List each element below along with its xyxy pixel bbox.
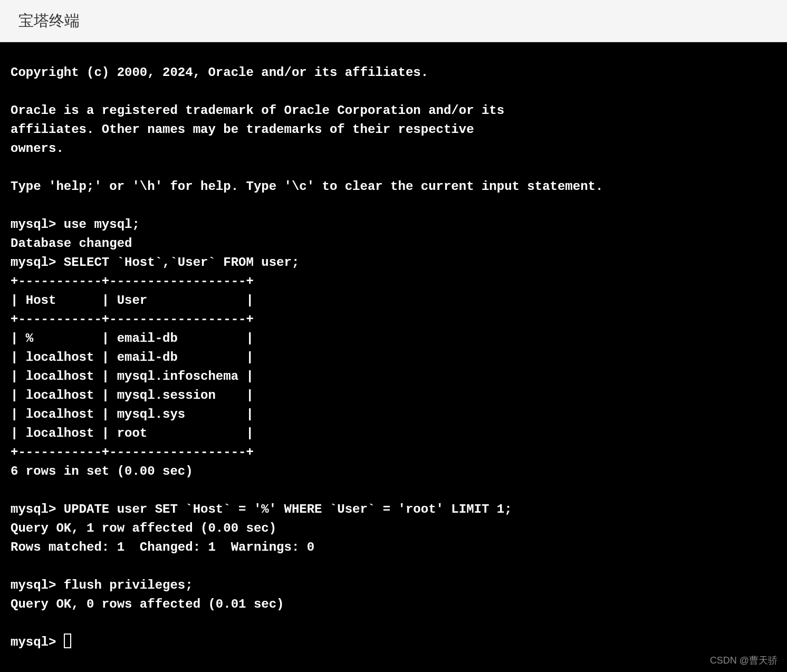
mysql-prompt-flush: mysql> flush privileges;: [11, 578, 193, 592]
mysql-prompt-current: mysql>: [11, 635, 64, 649]
mysql-prompt-use: mysql> use mysql;: [11, 217, 140, 232]
mysql-response-rowsmatched: Rows matched: 1 Changed: 1 Warnings: 0: [11, 540, 314, 554]
mysql-prompt-select: mysql> SELECT `Host`,`User` FROM user;: [11, 255, 299, 270]
table-row: | % | email-db |: [11, 331, 254, 345]
table-header-row: | Host | User |: [11, 293, 254, 308]
terminal-body[interactable]: Copyright (c) 2000, 2024, Oracle and/or …: [0, 42, 787, 663]
table-row: | localhost | mysql.sys |: [11, 407, 254, 421]
help-line: Type 'help;' or '\h' for help. Type '\c'…: [11, 179, 603, 194]
mysql-prompt-update: mysql> UPDATE user SET `Host` = '%' WHER…: [11, 502, 512, 516]
table-row: | localhost | mysql.infoschema |: [11, 369, 254, 383]
trademark-line-1: Oracle is a registered trademark of Orac…: [11, 103, 504, 118]
terminal-header: 宝塔终端: [0, 0, 787, 42]
watermark-text: CSDN @曹天骄: [710, 654, 778, 667]
copyright-line: Copyright (c) 2000, 2024, Oracle and/or …: [11, 65, 428, 80]
mysql-response-dbchanged: Database changed: [11, 236, 132, 251]
table-border: +-----------+------------------+: [11, 274, 254, 289]
cursor-icon: [64, 633, 71, 648]
table-row: | localhost | mysql.session |: [11, 388, 254, 402]
table-row: | localhost | root |: [11, 426, 254, 440]
trademark-line-2: affiliates. Other names may be trademark…: [11, 122, 474, 137]
mysql-response-queryok: Query OK, 1 row affected (0.00 sec): [11, 521, 276, 535]
table-border: +-----------+------------------+: [11, 312, 254, 327]
table-row: | localhost | email-db |: [11, 350, 254, 364]
rows-in-set: 6 rows in set (0.00 sec): [11, 464, 193, 478]
mysql-response-flushok: Query OK, 0 rows affected (0.01 sec): [11, 597, 284, 611]
trademark-line-3: owners.: [11, 141, 64, 156]
table-border: +-----------+------------------+: [11, 445, 254, 459]
terminal-title: 宝塔终端: [18, 11, 80, 32]
